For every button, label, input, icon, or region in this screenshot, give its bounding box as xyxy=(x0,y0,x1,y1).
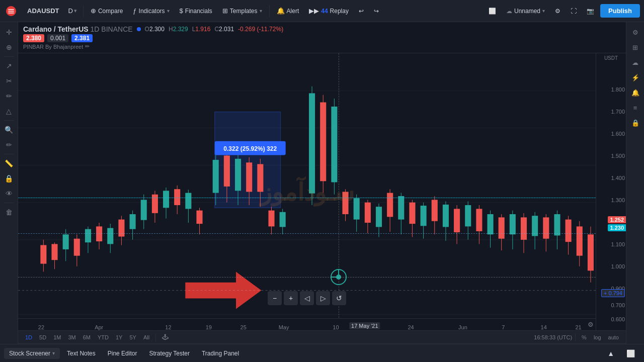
brush-tool[interactable]: ✏ xyxy=(2,89,16,103)
indicators-button[interactable]: ƒ Indicators ▾ xyxy=(129,5,173,17)
interval-5d[interactable]: 5D xyxy=(36,333,49,341)
redo-icon: ↪ xyxy=(374,8,379,15)
chart-container: Cardano / TetherUS 1D BINANCE O2.300 H2.… xyxy=(18,22,626,344)
reset-button[interactable]: ↺ xyxy=(332,291,346,305)
price-1300: 1.300 xyxy=(611,197,625,203)
price-axis: USDT 1.800 1.700 1.600 1.500 1.400 1.300… xyxy=(596,53,626,330)
price-1000: 1.000 xyxy=(611,263,625,269)
rs-settings[interactable]: ⚙ xyxy=(628,25,642,39)
shapes-tool[interactable]: △ xyxy=(2,104,16,118)
right-sidebar: ⚙ ⊞ ☁ ⚡ 🔔 ≡ 🔒 xyxy=(626,22,644,344)
svg-rect-37 xyxy=(174,189,180,205)
fullscreen-button[interactable]: ⛶ xyxy=(567,5,581,17)
svg-rect-91 xyxy=(499,217,505,238)
cloud-icon: ☁ xyxy=(506,8,512,15)
templates-button[interactable]: ⊞ Templates ▾ xyxy=(218,5,266,17)
financials-button[interactable]: $ Financials xyxy=(176,5,216,17)
rs-bell[interactable]: 🔔 xyxy=(628,85,642,100)
compare-button[interactable]: ⊕ Compare xyxy=(87,5,127,17)
symbol-selector[interactable]: ADAUSDT xyxy=(23,5,63,17)
crosshair-hline xyxy=(18,277,596,278)
svg-rect-27 xyxy=(118,220,124,237)
trading-panel-button[interactable]: Trading Panel xyxy=(197,348,244,359)
cursor-tool[interactable]: ✛ xyxy=(2,25,16,39)
price-crosshair-0794[interactable]: + 0.794 xyxy=(601,289,625,297)
auto-button[interactable]: auto xyxy=(605,333,622,341)
date-14: 14 xyxy=(541,324,547,330)
svg-rect-65 xyxy=(354,198,360,219)
interval-1d[interactable]: 1D xyxy=(22,333,35,341)
zoom-in-button[interactable]: + xyxy=(284,291,298,305)
expand-button[interactable]: ⬜ xyxy=(621,347,640,359)
date-24: 24 xyxy=(408,324,414,330)
interval-ytd[interactable]: YTD xyxy=(95,333,112,341)
text-notes-button[interactable]: Text Notes xyxy=(62,348,101,359)
edit-indicator-icon[interactable]: ✏ xyxy=(85,43,90,50)
zoom-out-button[interactable]: − xyxy=(268,291,282,305)
interval-1m[interactable]: 1M xyxy=(50,333,64,341)
chart-canvas[interactable]: سـودآموز xyxy=(18,53,596,330)
price-highlight-1230: 1.230 xyxy=(608,224,626,231)
settings-icon: ⚙ xyxy=(555,8,560,15)
collapse-button[interactable]: ▲ xyxy=(602,347,619,359)
replay-icon: ▶▶ xyxy=(309,7,319,15)
svg-rect-25 xyxy=(107,228,113,244)
log-button[interactable]: log xyxy=(591,333,604,341)
percent-button[interactable]: % xyxy=(579,333,590,341)
ohlc-close: C2.031 xyxy=(214,26,234,33)
strategy-tester-button[interactable]: Strategy Tester xyxy=(144,348,194,359)
scroll-right-button[interactable]: ▷ xyxy=(316,291,330,305)
unnamed-selector[interactable]: ☁ Unnamed ▾ xyxy=(502,5,549,17)
rs-list[interactable]: ≡ xyxy=(628,101,642,115)
date-settings-button[interactable]: ⚙ xyxy=(588,321,594,328)
alert-button[interactable]: 🔔 Alert xyxy=(273,5,303,17)
delete-tool[interactable]: 🗑 xyxy=(2,205,16,219)
replay-button[interactable]: ▶▶ 44 Replay xyxy=(305,5,353,17)
lock-tool[interactable]: 🔒 xyxy=(2,171,16,186)
ohlc-dot xyxy=(137,27,141,31)
price-0700: 0.700 xyxy=(611,302,625,308)
rs-bolt[interactable]: ⚡ xyxy=(628,70,642,84)
svg-rect-81 xyxy=(443,205,449,227)
interval-1y[interactable]: 1Y xyxy=(113,333,125,341)
separator2 xyxy=(269,5,270,17)
crosshair-tool[interactable]: ⊕ xyxy=(2,40,16,54)
fibonacci-tool[interactable]: ✂ xyxy=(2,74,16,88)
eye-tool[interactable]: 👁 xyxy=(2,187,16,201)
svg-rect-69 xyxy=(376,207,382,227)
camera-button[interactable]: 📷 xyxy=(583,5,598,17)
settings-button[interactable]: ⚙ xyxy=(551,5,565,17)
publish-button[interactable]: Publish xyxy=(600,4,640,18)
svg-rect-95 xyxy=(521,217,527,240)
interval-3m[interactable]: 3M xyxy=(65,333,78,341)
rs-cloud[interactable]: ☁ xyxy=(628,55,642,69)
price-highlight-1252: 1.252 xyxy=(608,216,626,223)
ls-separator4 xyxy=(4,203,14,203)
time-toolbar: 1D 5D 1M 3M 6M YTD 1Y 5Y All 🕹 16:58:33 … xyxy=(18,330,626,344)
ohlc-change: -0.269 (-11.72%) xyxy=(238,26,283,33)
rs-grid[interactable]: ⊞ xyxy=(628,40,642,54)
bar-replay-icon[interactable]: 🕹 xyxy=(159,332,172,342)
undo-button[interactable]: ↩ xyxy=(355,5,368,17)
trend-line-tool[interactable]: ↗ xyxy=(2,59,16,73)
measure-tool[interactable]: 📏 xyxy=(2,156,16,170)
svg-rect-35 xyxy=(163,191,169,208)
ohlc-open: O2.300 xyxy=(145,26,165,33)
interval-all[interactable]: All xyxy=(140,333,152,341)
interval-5y[interactable]: 5Y xyxy=(126,333,139,341)
pine-editor-button[interactable]: Pine Editor xyxy=(103,348,142,359)
svg-rect-89 xyxy=(487,214,493,234)
menu-button[interactable] xyxy=(4,4,18,18)
scroll-left-button[interactable]: ◁ xyxy=(300,291,314,305)
redo-button[interactable]: ↪ xyxy=(370,5,383,17)
layout-icon: ⬜ xyxy=(489,8,496,15)
interval-selector[interactable]: D ▾ xyxy=(65,5,80,17)
interval-6m[interactable]: 6M xyxy=(80,333,94,341)
symbol-text: ADAUSDT xyxy=(27,7,59,15)
magnet-tool[interactable]: ✏ xyxy=(2,138,16,152)
stock-screener-button[interactable]: Stock Screener ▾ xyxy=(4,348,60,359)
zoom-tool[interactable]: 🔍 xyxy=(2,123,16,137)
layout-button[interactable]: ⬜ xyxy=(485,5,500,17)
rs-lock[interactable]: 🔒 xyxy=(628,116,642,130)
svg-rect-45 xyxy=(224,155,230,186)
